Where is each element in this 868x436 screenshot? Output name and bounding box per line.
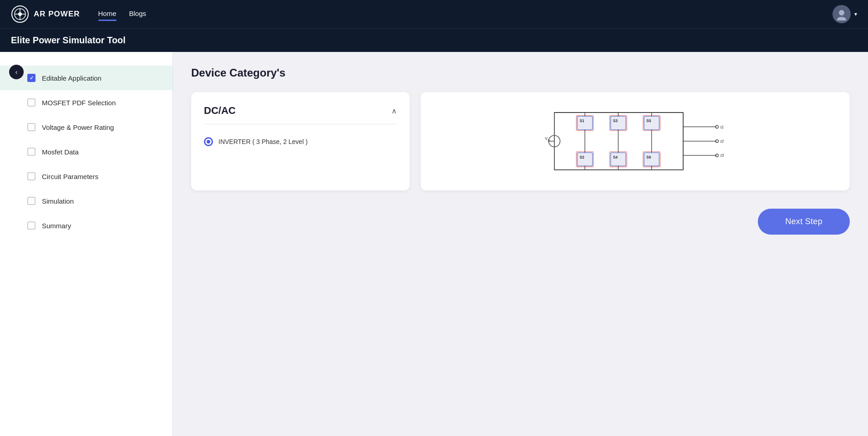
svg-text:I1: I1 xyxy=(720,124,724,129)
radio-label-inverter: INVERTER ( 3 Phase, 2 Level ) xyxy=(218,138,308,145)
sidebar-item-circuit-parameters[interactable]: Circuit Parameters xyxy=(0,164,173,189)
svg-text:I2: I2 xyxy=(720,138,724,144)
logo-area[interactable]: AR POWER xyxy=(11,5,80,23)
avatar xyxy=(832,5,851,23)
device-card-title: DC/AC xyxy=(204,105,236,117)
top-nav: AR POWER Home Blogs ▾ xyxy=(0,0,868,28)
chevron-left-icon: ‹ xyxy=(15,68,18,76)
svg-line-52 xyxy=(584,127,683,141)
logo-text: AR POWER xyxy=(34,10,80,19)
checkbox-voltage-power xyxy=(27,123,36,131)
content-area: Device Category's DC/AC ∧ INVERTER ( 3 P… xyxy=(173,52,868,436)
device-category-card: DC/AC ∧ INVERTER ( 3 Phase, 2 Level ) xyxy=(191,92,410,190)
logo-icon xyxy=(11,5,29,23)
checkbox-summary xyxy=(27,221,36,230)
user-area[interactable]: ▾ xyxy=(832,5,857,23)
svg-text:I3: I3 xyxy=(720,153,724,158)
svg-point-2 xyxy=(18,12,22,16)
sidebar-item-summary[interactable]: Summary xyxy=(0,213,173,238)
svg-text:S1: S1 xyxy=(579,118,584,123)
sidebar-item-mosfet-data[interactable]: Mosfet Data xyxy=(0,139,173,164)
svg-text:in: in xyxy=(548,138,550,143)
sidebar-label-editable-application: Editable Application xyxy=(42,74,102,82)
sub-header: Elite Power Simulator Tool xyxy=(0,28,868,52)
svg-point-4 xyxy=(837,17,846,21)
circuit-diagram-svg: V in S1 S3 xyxy=(535,103,736,180)
page-main-title: Elite Power Simulator Tool xyxy=(11,35,126,45)
checkbox-circuit-parameters xyxy=(27,172,36,180)
checkbox-editable-application xyxy=(27,74,36,82)
sidebar-label-voltage-power: Voltage & Power Rating xyxy=(42,123,114,131)
nav-link-home[interactable]: Home xyxy=(98,10,117,19)
main-layout: ‹ Editable Application MOSFET PDF Select… xyxy=(0,52,868,436)
svg-text:S2: S2 xyxy=(579,155,584,159)
page-title: Device Category's xyxy=(191,67,850,79)
sidebar-label-mosfet-data: Mosfet Data xyxy=(42,148,79,156)
checkbox-mosfet-pdf xyxy=(27,98,36,107)
svg-point-3 xyxy=(839,10,844,15)
sidebar-label-summary: Summary xyxy=(42,222,71,230)
svg-text:S6: S6 xyxy=(646,155,651,159)
user-chevron-icon: ▾ xyxy=(854,11,857,17)
sidebar-label-mosfet-pdf: MOSFET PDF Selection xyxy=(42,99,116,107)
device-card-header: DC/AC ∧ xyxy=(204,105,397,124)
radio-option-inverter[interactable]: INVERTER ( 3 Phase, 2 Level ) xyxy=(204,133,397,150)
sidebar-label-simulation: Simulation xyxy=(42,197,74,205)
nav-links: Home Blogs xyxy=(98,10,833,19)
radio-button-inverter[interactable] xyxy=(204,137,213,146)
next-step-container: Next Step xyxy=(191,209,850,235)
sidebar-item-editable-application[interactable]: Editable Application xyxy=(0,66,173,90)
svg-text:S3: S3 xyxy=(613,118,618,123)
checkbox-mosfet-data xyxy=(27,148,36,156)
next-step-button[interactable]: Next Step xyxy=(758,209,850,235)
sidebar-toggle-button[interactable]: ‹ xyxy=(9,65,24,79)
circuit-diagram-card: V in S1 S3 xyxy=(421,92,850,190)
sidebar: ‹ Editable Application MOSFET PDF Select… xyxy=(0,52,173,436)
sidebar-items: Editable Application MOSFET PDF Selectio… xyxy=(0,66,173,238)
sidebar-item-mosfet-pdf[interactable]: MOSFET PDF Selection xyxy=(0,90,173,115)
sidebar-label-circuit-parameters: Circuit Parameters xyxy=(42,173,98,180)
checkbox-simulation xyxy=(27,197,36,205)
sidebar-item-simulation[interactable]: Simulation xyxy=(0,189,173,213)
sidebar-item-voltage-power[interactable]: Voltage & Power Rating xyxy=(0,115,173,139)
nav-link-blogs[interactable]: Blogs xyxy=(129,10,147,19)
svg-text:S5: S5 xyxy=(646,118,651,123)
chevron-up-icon[interactable]: ∧ xyxy=(391,107,397,115)
svg-text:S4: S4 xyxy=(613,155,618,159)
cards-row: DC/AC ∧ INVERTER ( 3 Phase, 2 Level ) V … xyxy=(191,92,850,190)
